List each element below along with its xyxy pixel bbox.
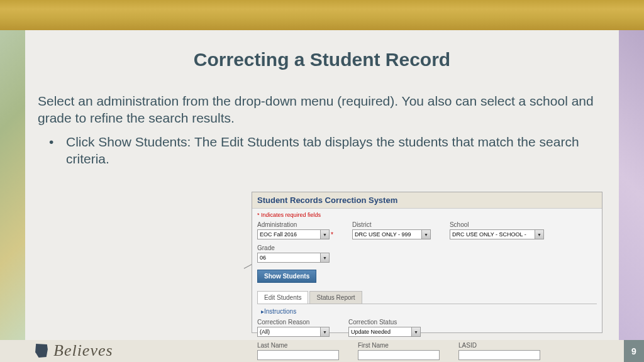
status-select[interactable]: Update Needed ▼: [348, 327, 421, 337]
status-label: Correction Status: [348, 319, 421, 326]
required-note: * Indicates required fields: [252, 209, 602, 221]
status-field: Correction Status Update Needed ▼: [348, 319, 421, 337]
admin-label: Administration: [257, 221, 333, 228]
page-number: 9: [624, 340, 644, 362]
district-select[interactable]: DRC USE ONLY - 999 ▼: [352, 229, 431, 239]
chevron-down-icon: ▼: [535, 230, 543, 239]
app-screenshot: Student Records Correction System * Indi…: [252, 192, 602, 333]
admin-field: Administration EOC Fall 2016 ▼ *: [257, 221, 333, 239]
chevron-down-icon: ▼: [320, 230, 329, 239]
reason-label: Correction Reason: [257, 319, 330, 326]
filter-row-1: Administration EOC Fall 2016 ▼ * Distric…: [252, 221, 602, 244]
lastname-label: Last Name: [257, 342, 339, 349]
district-field: District DRC USE ONLY - 999 ▼: [352, 221, 431, 239]
school-label: School: [450, 221, 544, 228]
reason-select[interactable]: (All) ▼: [257, 327, 330, 337]
lastname-input[interactable]: [257, 350, 339, 360]
chevron-down-icon: ▼: [421, 230, 430, 239]
louisiana-icon: [35, 344, 48, 358]
grade-label: Grade: [257, 244, 330, 251]
filter-row-3: Correction Reason (All) ▼ Correction Sta…: [252, 319, 602, 342]
tab-status-report[interactable]: Status Report: [309, 291, 362, 304]
tab-bar: Edit Students Status Report: [257, 291, 597, 304]
grade-select[interactable]: 06 ▼: [257, 253, 330, 263]
lasid-input[interactable]: [458, 350, 540, 360]
chevron-down-icon: ▼: [320, 327, 329, 336]
slide-title: Correcting a Student Record: [38, 49, 606, 70]
app-title: Student Records Correction System: [257, 195, 397, 205]
grade-field: Grade 06 ▼: [257, 244, 330, 263]
firstname-input[interactable]: [358, 350, 440, 360]
slide-border-right: [619, 30, 644, 340]
instructions-link[interactable]: ▸Instructions: [252, 304, 602, 319]
district-label: District: [352, 221, 431, 228]
required-asterisk: *: [331, 231, 333, 238]
lastname-field: Last Name: [257, 342, 339, 360]
filter-row-2: Grade 06 ▼: [252, 244, 602, 268]
show-students-button[interactable]: Show Students: [257, 270, 316, 283]
firstname-field: First Name: [358, 342, 440, 360]
firstname-label: First Name: [358, 342, 440, 349]
lasid-field: LASID: [458, 342, 540, 360]
lasid-label: LASID: [458, 342, 540, 349]
school-field: School DRC USE ONLY - SCHOOL - ▼: [450, 221, 544, 239]
tab-edit-students[interactable]: Edit Students: [257, 291, 308, 304]
chevron-down-icon: ▼: [320, 253, 329, 262]
admin-select[interactable]: EOC Fall 2016 ▼: [257, 229, 330, 239]
reason-field: Correction Reason (All) ▼: [257, 319, 330, 337]
intro-text: Select an administration from the drop-d…: [38, 92, 606, 127]
bullet-1: Click Show Students: The Edit Students t…: [38, 133, 606, 168]
footer-brand: Believes: [35, 341, 113, 360]
brand-text: Believes: [53, 341, 113, 360]
chevron-down-icon: ▼: [411, 327, 420, 336]
slide-border-left: [0, 30, 25, 340]
filter-row-4: Last Name First Name LASID: [252, 342, 602, 362]
school-select[interactable]: DRC USE ONLY - SCHOOL - ▼: [450, 229, 544, 239]
app-header: Student Records Correction System: [252, 192, 602, 209]
slide-border-top: [0, 0, 644, 30]
